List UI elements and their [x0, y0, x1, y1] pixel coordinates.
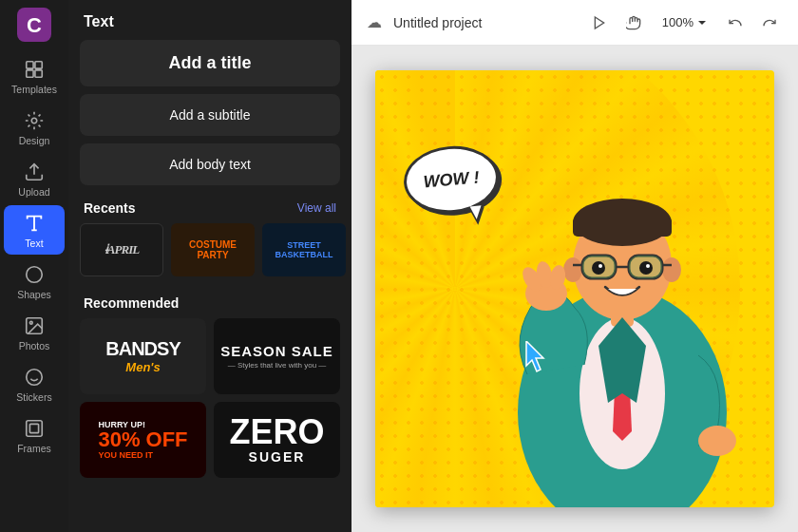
topbar-controls: 100%	[586, 11, 783, 34]
svg-point-36	[598, 264, 602, 268]
redo-button[interactable]	[756, 11, 783, 34]
rec-zero-text1: ZERO	[229, 415, 324, 449]
svg-rect-2	[27, 62, 33, 68]
zoom-value: 100%	[662, 15, 694, 29]
svg-point-26	[662, 257, 681, 282]
speech-bubble-text: WOW !	[423, 167, 481, 192]
recent-costume-label: COSTUMEPARTY	[189, 239, 237, 260]
sidebar-item-shapes[interactable]: Shapes	[4, 256, 65, 306]
sidebar-item-templates[interactable]: Templates	[4, 51, 65, 101]
svg-text:C: C	[27, 13, 42, 37]
sidebar-item-stickers[interactable]: Stickers	[4, 359, 65, 408]
rec-zero-text2: SUGER	[249, 449, 306, 465]
svg-rect-3	[35, 62, 42, 68]
recent-basketball-label: STREETBASKETBALL	[276, 240, 333, 259]
svg-rect-24	[573, 218, 672, 237]
topbar: ☁ Untitled project 100%	[352, 0, 798, 46]
pointer-tool-button[interactable]	[586, 11, 613, 34]
recent-item-april[interactable]: ɨAPRIL	[80, 223, 163, 276]
recents-label: Recents	[84, 200, 135, 216]
sidebar-item-frames[interactable]: Frames	[4, 410, 65, 460]
recommended-section-header: Recommended	[68, 280, 352, 318]
text-panel: Text Add a title Add a subtitle Add body…	[68, 0, 352, 532]
recommended-grid: BANDSY Men's SEASON SALE — Styles that l…	[68, 318, 352, 478]
svg-point-35	[639, 261, 653, 275]
svg-rect-14	[27, 421, 43, 437]
sidebar-item-templates-label: Templates	[11, 84, 57, 95]
rec-item-season[interactable]: SEASON SALE — Styles that live with you …	[214, 318, 340, 394]
cloud-icon: ☁	[367, 13, 382, 31]
canvas-frame: WOW !	[375, 70, 774, 507]
svg-point-10	[29, 321, 32, 324]
sidebar-item-text-label: Text	[25, 238, 43, 249]
sidebar-item-text[interactable]: Text	[4, 205, 65, 255]
svg-point-25	[563, 257, 582, 282]
cursor-pointer	[522, 341, 551, 374]
rec-item-bandsy[interactable]: BANDSY Men's	[80, 318, 206, 394]
svg-point-37	[646, 264, 650, 268]
svg-point-42	[698, 426, 736, 456]
rec-bandsy-text2: Men's	[125, 360, 160, 374]
svg-point-8	[27, 267, 43, 283]
comic-character	[470, 70, 774, 507]
recent-april-label: ɨAPRIL	[104, 242, 139, 257]
svg-point-11	[27, 370, 43, 386]
svg-rect-4	[27, 70, 33, 77]
svg-point-34	[592, 261, 605, 275]
sidebar-item-shapes-label: Shapes	[17, 289, 51, 300]
svg-point-6	[31, 118, 37, 124]
rec-hurry-inner: HURRY UP! 30% OFF YOU NEED IT	[90, 412, 195, 467]
panel-title: Text	[68, 0, 352, 40]
recents-section-header: Recents View all	[68, 185, 352, 223]
svg-rect-15	[29, 424, 38, 432]
canva-logo: C	[17, 8, 51, 42]
sidebar-item-frames-label: Frames	[17, 443, 51, 454]
rec-hurry-line3: YOU NEED IT	[98, 450, 153, 460]
project-title[interactable]: Untitled project	[393, 15, 575, 30]
recommended-section: Recommended BANDSY Men's SEASON SALE — S…	[68, 280, 352, 478]
rec-season-text2: — Styles that live with you —	[228, 361, 327, 370]
recent-item-costume[interactable]: COSTUMEPARTY	[171, 223, 255, 276]
sidebar-item-stickers-label: Stickers	[16, 391, 51, 403]
recents-row: ɨAPRIL COSTUMEPARTY STREETBASKETBALL ›	[68, 223, 352, 276]
undo-button[interactable]	[722, 11, 749, 34]
svg-rect-5	[35, 70, 42, 77]
add-body-button[interactable]: Add body text	[80, 143, 340, 185]
sidebar-item-upload[interactable]: Upload	[4, 154, 65, 203]
rec-season-text1: SEASON SALE	[220, 343, 333, 359]
sidebar-item-photos-label: Photos	[19, 340, 50, 352]
sidebar-item-upload-label: Upload	[18, 186, 49, 198]
rec-item-hurry[interactable]: HURRY UP! 30% OFF YOU NEED IT	[80, 402, 206, 478]
view-all-button[interactable]: View all	[297, 201, 336, 215]
sidebar-item-design[interactable]: Design	[4, 103, 65, 152]
sidebar-item-design-label: Design	[19, 135, 50, 146]
add-title-button[interactable]: Add a title	[80, 40, 340, 86]
rec-item-zero[interactable]: ZERO SUGER	[214, 402, 340, 478]
rec-hurry-line2: 30% OFF	[98, 429, 187, 450]
sidebar: C Templates Design Upload	[0, 0, 68, 532]
svg-marker-16	[595, 17, 603, 28]
rec-bandsy-text1: BANDSY	[105, 338, 180, 360]
text-action-buttons: Add a title Add a subtitle Add body text	[68, 40, 352, 185]
main-area: ☁ Untitled project 100%	[352, 0, 798, 532]
recent-item-basketball[interactable]: STREETBASKETBALL	[262, 223, 346, 276]
canvas-area[interactable]: WOW !	[352, 46, 798, 532]
recommended-label: Recommended	[84, 295, 179, 311]
zoom-control[interactable]: 100%	[655, 11, 714, 33]
add-subtitle-button[interactable]: Add a subtitle	[80, 94, 340, 136]
hand-tool-button[interactable]	[620, 11, 647, 34]
sidebar-item-photos[interactable]: Photos	[4, 308, 65, 357]
